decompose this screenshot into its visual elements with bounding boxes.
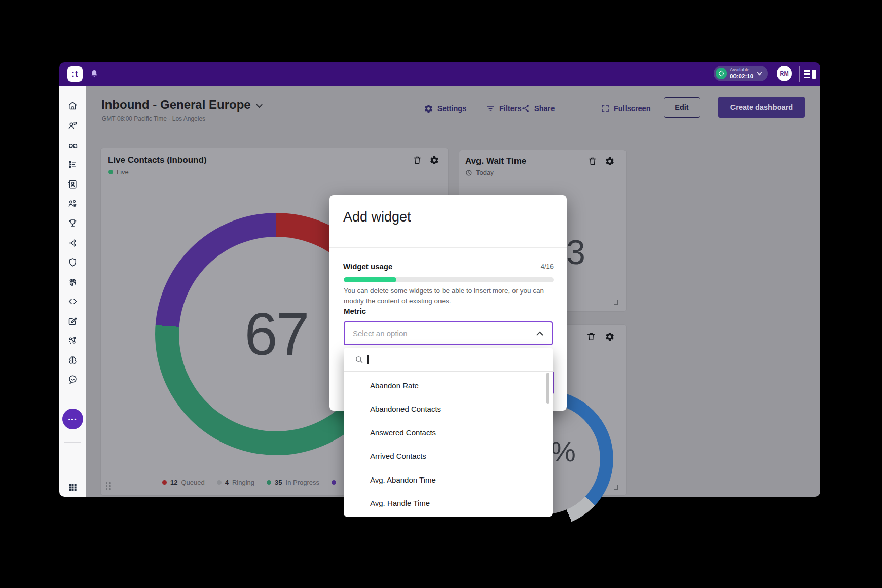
gear-icon bbox=[424, 104, 433, 114]
notifications-bell-icon[interactable] bbox=[90, 69, 99, 79]
create-dashboard-button[interactable]: Create dashboard bbox=[718, 97, 805, 118]
delete-widget-button[interactable] bbox=[586, 332, 596, 342]
sidebar-divider bbox=[64, 442, 81, 443]
share-label: Share bbox=[534, 104, 555, 113]
metric-select-placeholder: Select an option bbox=[353, 329, 536, 338]
legend-item-hidden bbox=[332, 480, 336, 485]
filter-icon bbox=[486, 104, 495, 114]
app-logo[interactable]: :t bbox=[67, 66, 83, 82]
fullscreen-button[interactable]: Fullscreen bbox=[601, 102, 651, 115]
apps-grid-icon bbox=[68, 483, 78, 492]
legend-item-queued: 12 Queued bbox=[162, 479, 205, 486]
sidebar-item-leaderboard[interactable] bbox=[66, 216, 80, 230]
team-star-icon bbox=[67, 198, 78, 209]
sidebar-item-compose[interactable] bbox=[66, 314, 80, 328]
period-label: Today bbox=[476, 169, 494, 176]
widget-resize-handle[interactable] bbox=[614, 485, 618, 490]
workspace-panel-icon[interactable] bbox=[804, 70, 818, 79]
legend-item-ringing: 4 Ringing bbox=[217, 479, 254, 486]
metric-option[interactable]: Answered Contacts bbox=[344, 421, 546, 444]
chevron-up-icon bbox=[536, 331, 543, 336]
search-icon bbox=[355, 355, 363, 364]
sidebar-item-activity-feed[interactable] bbox=[66, 158, 80, 171]
metric-option[interactable]: Avg. Handle Time bbox=[344, 492, 546, 515]
chevron-down-icon bbox=[256, 104, 263, 108]
gear-icon bbox=[605, 156, 615, 166]
trash-icon bbox=[412, 155, 422, 165]
filters-button[interactable]: Filters bbox=[486, 102, 522, 115]
dashboard-timezone: GMT-08:00 Pacific Time - Los Angeles bbox=[102, 115, 205, 122]
sidebar-item-home[interactable] bbox=[66, 99, 80, 113]
widget-usage-count: 4/16 bbox=[516, 263, 554, 270]
sidebar-item-feedback[interactable] bbox=[66, 373, 80, 386]
recordings-icon bbox=[67, 140, 78, 151]
sidebar-item-developer[interactable] bbox=[66, 295, 80, 308]
dropdown-scrollbar[interactable] bbox=[546, 373, 549, 404]
trophy-icon bbox=[67, 218, 78, 229]
screen: :t Available 00:02:10 RM bbox=[0, 0, 882, 588]
widget-settings-button[interactable] bbox=[605, 332, 615, 342]
widget-title: Live Contacts (Inbound) bbox=[108, 155, 207, 165]
live-dot-icon bbox=[108, 170, 113, 174]
sidebar-more-button[interactable]: ••• bbox=[62, 409, 83, 429]
metric-option[interactable]: Avg. Abandon Time bbox=[344, 468, 546, 491]
settings-button[interactable]: Settings bbox=[424, 102, 466, 115]
avatar-initials: RM bbox=[780, 70, 788, 77]
sidebar-item-identity[interactable] bbox=[66, 275, 80, 289]
delete-widget-button[interactable] bbox=[587, 156, 598, 166]
avg-wait-value-partial: 3 bbox=[566, 232, 585, 272]
status-label: Available bbox=[730, 67, 753, 72]
edit-button[interactable]: Edit bbox=[664, 97, 700, 118]
share-button[interactable]: Share bbox=[521, 102, 555, 115]
routing-arrows-icon bbox=[67, 238, 78, 248]
widget-usage-label: Widget usage bbox=[343, 262, 392, 271]
metric-option[interactable]: Abandon Rate bbox=[344, 374, 546, 397]
legend-dot-icon bbox=[217, 480, 222, 485]
widget-settings-button[interactable] bbox=[429, 155, 439, 165]
sidebar-item-apps[interactable] bbox=[66, 481, 80, 494]
legend-dot-icon bbox=[267, 480, 271, 485]
sidebar-item-recordings[interactable] bbox=[66, 138, 80, 152]
sidebar-item-conversations[interactable] bbox=[66, 119, 80, 132]
widget-resize-handle[interactable] bbox=[614, 300, 618, 305]
fingerprint-icon bbox=[67, 277, 78, 287]
metric-option[interactable]: Arrived Contacts bbox=[344, 445, 546, 468]
filters-label: Filters bbox=[499, 104, 522, 113]
contacts-icon bbox=[67, 179, 78, 190]
topbar-divider bbox=[799, 66, 800, 82]
activity-feed-icon bbox=[67, 159, 78, 170]
sidebar-item-ai[interactable] bbox=[66, 353, 80, 367]
metric-option[interactable]: Abandoned Contacts bbox=[344, 397, 546, 421]
widget-drag-handle[interactable] bbox=[106, 482, 113, 492]
top-app-bar bbox=[59, 62, 820, 86]
app-logo-glyph: :t bbox=[71, 69, 78, 79]
metric-select[interactable]: Select an option bbox=[344, 321, 553, 345]
legend-dot-icon bbox=[162, 480, 167, 485]
usage-progress-bar bbox=[344, 277, 554, 282]
chat-smiley-icon bbox=[67, 374, 78, 385]
metric-options-dropdown: Abandon Rate Abandoned Contacts Answered… bbox=[344, 348, 553, 517]
user-avatar[interactable]: RM bbox=[777, 66, 792, 81]
dashboard-title[interactable]: Inbound - General Europe bbox=[101, 98, 263, 112]
fullscreen-label: Fullscreen bbox=[614, 104, 651, 113]
gauge-value-partial: % bbox=[550, 435, 576, 468]
gear-icon bbox=[429, 155, 439, 165]
usage-progress-fill bbox=[344, 277, 396, 282]
agent-status-selector[interactable]: Available 00:02:10 bbox=[714, 66, 768, 81]
delete-widget-button[interactable] bbox=[412, 155, 422, 165]
settings-label: Settings bbox=[437, 104, 466, 113]
text-cursor bbox=[368, 355, 369, 364]
live-badge: Live bbox=[108, 168, 129, 176]
home-icon bbox=[67, 100, 78, 111]
dropdown-search-input[interactable] bbox=[344, 348, 553, 372]
sidebar-item-routing[interactable] bbox=[66, 236, 80, 250]
widget-settings-button[interactable] bbox=[605, 156, 615, 166]
sidebar-item-security[interactable] bbox=[66, 255, 80, 269]
sidebar-item-team[interactable] bbox=[66, 197, 80, 210]
sidebar-item-automation[interactable] bbox=[66, 334, 80, 347]
live-badge-label: Live bbox=[117, 168, 129, 176]
modal-divider bbox=[329, 247, 567, 248]
automation-icon bbox=[67, 335, 78, 346]
clock-icon bbox=[465, 169, 472, 176]
sidebar-item-contacts[interactable] bbox=[66, 177, 80, 191]
